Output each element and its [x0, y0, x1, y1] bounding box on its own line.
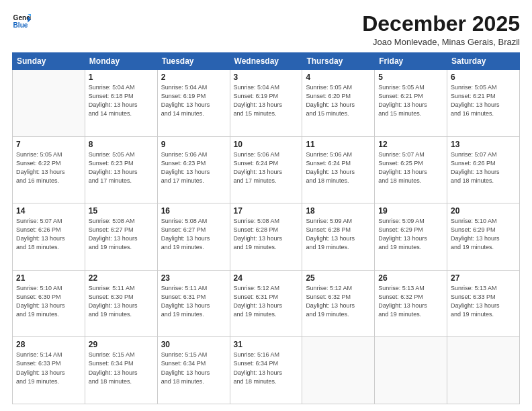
- calendar-day: 14Sunrise: 5:07 AM Sunset: 6:26 PM Dayli…: [13, 203, 85, 271]
- day-number: 16: [161, 206, 226, 216]
- calendar-day: 2Sunrise: 5:04 AM Sunset: 6:19 PM Daylig…: [157, 70, 230, 137]
- calendar-day: 20Sunrise: 5:10 AM Sunset: 6:29 PM Dayli…: [447, 203, 520, 271]
- calendar-day: 4Sunrise: 5:05 AM Sunset: 6:20 PM Daylig…: [302, 70, 375, 137]
- col-tuesday: Tuesday: [157, 53, 230, 70]
- day-info: Sunrise: 5:04 AM Sunset: 6:19 PM Dayligh…: [234, 83, 299, 118]
- calendar-table: Sunday Monday Tuesday Wednesday Thursday…: [12, 52, 520, 404]
- calendar-day: 23Sunrise: 5:11 AM Sunset: 6:31 PM Dayli…: [157, 270, 230, 337]
- calendar-day: 16Sunrise: 5:08 AM Sunset: 6:27 PM Dayli…: [157, 203, 230, 271]
- calendar-day: 5Sunrise: 5:05 AM Sunset: 6:21 PM Daylig…: [375, 70, 447, 137]
- calendar-day: 24Sunrise: 5:12 AM Sunset: 6:31 PM Dayli…: [230, 270, 302, 337]
- day-number: 24: [234, 273, 299, 283]
- day-info: Sunrise: 5:14 AM Sunset: 6:33 PM Dayligh…: [16, 351, 81, 385]
- day-number: 27: [451, 273, 516, 283]
- day-info: Sunrise: 5:13 AM Sunset: 6:33 PM Dayligh…: [451, 284, 516, 319]
- day-info: Sunrise: 5:05 AM Sunset: 6:21 PM Dayligh…: [451, 83, 516, 118]
- calendar-day: 25Sunrise: 5:12 AM Sunset: 6:32 PM Dayli…: [302, 270, 375, 337]
- day-number: 2: [161, 73, 226, 82]
- calendar-week-4: 28Sunrise: 5:14 AM Sunset: 6:33 PM Dayli…: [13, 337, 520, 404]
- calendar-day: 8Sunrise: 5:05 AM Sunset: 6:23 PM Daylig…: [85, 136, 157, 203]
- calendar-week-0: 1Sunrise: 5:04 AM Sunset: 6:18 PM Daylig…: [13, 70, 520, 137]
- day-number: 13: [451, 140, 516, 149]
- day-number: 23: [161, 273, 226, 283]
- calendar-day: 7Sunrise: 5:05 AM Sunset: 6:22 PM Daylig…: [13, 136, 85, 203]
- calendar-day: 29Sunrise: 5:15 AM Sunset: 6:34 PM Dayli…: [85, 337, 157, 404]
- calendar-week-1: 7Sunrise: 5:05 AM Sunset: 6:22 PM Daylig…: [13, 136, 520, 203]
- day-number: 21: [16, 273, 81, 283]
- col-friday: Friday: [375, 53, 447, 70]
- day-number: 20: [451, 206, 516, 216]
- col-monday: Monday: [85, 53, 157, 70]
- day-info: Sunrise: 5:06 AM Sunset: 6:24 PM Dayligh…: [234, 150, 299, 185]
- calendar-day: [375, 337, 447, 404]
- day-number: 7: [16, 140, 81, 149]
- day-info: Sunrise: 5:08 AM Sunset: 6:27 PM Dayligh…: [89, 217, 154, 252]
- calendar-day: [447, 337, 520, 404]
- page-header: General Blue December 2025 Joao Monlevad…: [12, 12, 520, 47]
- day-number: 6: [451, 73, 516, 82]
- calendar-day: 30Sunrise: 5:15 AM Sunset: 6:34 PM Dayli…: [157, 337, 230, 404]
- day-info: Sunrise: 5:07 AM Sunset: 6:25 PM Dayligh…: [378, 150, 443, 185]
- calendar-day: 3Sunrise: 5:04 AM Sunset: 6:19 PM Daylig…: [230, 70, 302, 137]
- day-info: Sunrise: 5:05 AM Sunset: 6:22 PM Dayligh…: [16, 150, 81, 185]
- day-info: Sunrise: 5:15 AM Sunset: 6:34 PM Dayligh…: [89, 351, 154, 385]
- title-block: December 2025 Joao Monlevade, Minas Gera…: [362, 12, 520, 47]
- calendar-day: 13Sunrise: 5:07 AM Sunset: 6:26 PM Dayli…: [447, 136, 520, 203]
- calendar-week-3: 21Sunrise: 5:10 AM Sunset: 6:30 PM Dayli…: [13, 270, 520, 337]
- month-title: December 2025: [362, 12, 520, 36]
- day-number: 30: [161, 340, 226, 349]
- day-info: Sunrise: 5:11 AM Sunset: 6:31 PM Dayligh…: [161, 284, 226, 319]
- day-number: 26: [378, 273, 443, 283]
- day-number: 18: [306, 206, 371, 216]
- day-info: Sunrise: 5:13 AM Sunset: 6:32 PM Dayligh…: [378, 284, 443, 319]
- day-info: Sunrise: 5:06 AM Sunset: 6:24 PM Dayligh…: [306, 150, 371, 185]
- day-info: Sunrise: 5:12 AM Sunset: 6:31 PM Dayligh…: [234, 284, 299, 319]
- day-number: 25: [306, 273, 371, 283]
- day-number: 5: [378, 73, 443, 82]
- calendar-day: 27Sunrise: 5:13 AM Sunset: 6:33 PM Dayli…: [447, 270, 520, 337]
- day-info: Sunrise: 5:07 AM Sunset: 6:26 PM Dayligh…: [451, 150, 516, 185]
- calendar-day: 17Sunrise: 5:08 AM Sunset: 6:28 PM Dayli…: [230, 203, 302, 271]
- day-number: 8: [89, 140, 154, 149]
- calendar-day: 6Sunrise: 5:05 AM Sunset: 6:21 PM Daylig…: [447, 70, 520, 137]
- day-number: 22: [89, 273, 154, 283]
- calendar-day: 11Sunrise: 5:06 AM Sunset: 6:24 PM Dayli…: [302, 136, 375, 203]
- day-number: 1: [89, 73, 154, 82]
- calendar-day: 21Sunrise: 5:10 AM Sunset: 6:30 PM Dayli…: [13, 270, 85, 337]
- logo-icon: General Blue: [12, 12, 31, 31]
- day-info: Sunrise: 5:16 AM Sunset: 6:34 PM Dayligh…: [234, 351, 299, 385]
- col-wednesday: Wednesday: [230, 53, 302, 70]
- calendar-day: 19Sunrise: 5:09 AM Sunset: 6:29 PM Dayli…: [375, 203, 447, 271]
- calendar-day: 1Sunrise: 5:04 AM Sunset: 6:18 PM Daylig…: [85, 70, 157, 137]
- calendar-day: [302, 337, 375, 404]
- calendar-day: [13, 70, 85, 137]
- day-info: Sunrise: 5:15 AM Sunset: 6:34 PM Dayligh…: [161, 351, 226, 385]
- day-number: 9: [161, 140, 226, 149]
- col-thursday: Thursday: [302, 53, 375, 70]
- day-number: 15: [89, 206, 154, 216]
- logo: General Blue: [12, 12, 31, 31]
- calendar-day: 10Sunrise: 5:06 AM Sunset: 6:24 PM Dayli…: [230, 136, 302, 203]
- calendar-day: 18Sunrise: 5:09 AM Sunset: 6:28 PM Dayli…: [302, 203, 375, 271]
- day-info: Sunrise: 5:06 AM Sunset: 6:23 PM Dayligh…: [161, 150, 226, 185]
- calendar-day: 15Sunrise: 5:08 AM Sunset: 6:27 PM Dayli…: [85, 203, 157, 271]
- col-saturday: Saturday: [447, 53, 520, 70]
- day-number: 3: [234, 73, 299, 82]
- day-number: 31: [234, 340, 299, 349]
- day-number: 4: [306, 73, 371, 82]
- svg-text:Blue: Blue: [13, 21, 28, 29]
- calendar-header-row: Sunday Monday Tuesday Wednesday Thursday…: [13, 53, 520, 70]
- calendar-day: 26Sunrise: 5:13 AM Sunset: 6:32 PM Dayli…: [375, 270, 447, 337]
- day-info: Sunrise: 5:10 AM Sunset: 6:30 PM Dayligh…: [16, 284, 81, 319]
- calendar-week-2: 14Sunrise: 5:07 AM Sunset: 6:26 PM Dayli…: [13, 203, 520, 271]
- calendar-day: 28Sunrise: 5:14 AM Sunset: 6:33 PM Dayli…: [13, 337, 85, 404]
- day-info: Sunrise: 5:05 AM Sunset: 6:23 PM Dayligh…: [89, 150, 154, 185]
- day-info: Sunrise: 5:07 AM Sunset: 6:26 PM Dayligh…: [16, 217, 81, 252]
- day-number: 14: [16, 206, 81, 216]
- day-number: 17: [234, 206, 299, 216]
- calendar-day: 9Sunrise: 5:06 AM Sunset: 6:23 PM Daylig…: [157, 136, 230, 203]
- day-info: Sunrise: 5:05 AM Sunset: 6:20 PM Dayligh…: [306, 83, 371, 118]
- day-info: Sunrise: 5:09 AM Sunset: 6:29 PM Dayligh…: [378, 217, 443, 252]
- day-info: Sunrise: 5:04 AM Sunset: 6:18 PM Dayligh…: [89, 83, 154, 118]
- day-info: Sunrise: 5:10 AM Sunset: 6:29 PM Dayligh…: [451, 217, 516, 252]
